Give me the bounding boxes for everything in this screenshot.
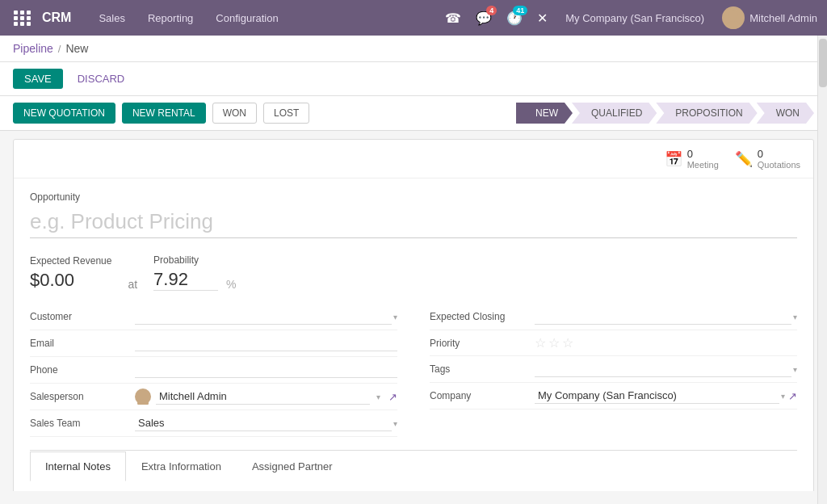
stage-won[interactable]: WON: [757, 103, 814, 124]
company-dropdown-arrow[interactable]: ▾: [781, 392, 785, 401]
at-text: at: [128, 278, 137, 291]
expected-closing-dropdown-arrow[interactable]: ▾: [793, 313, 797, 321]
phone-icon[interactable]: ☎: [440, 6, 466, 31]
company-input[interactable]: [535, 388, 779, 404]
activity-icon[interactable]: 🕐 41: [502, 6, 527, 31]
opportunity-input[interactable]: [30, 206, 797, 238]
right-fields: Expected Closing ▾ Priority ☆ ☆ ☆: [430, 304, 797, 437]
probability-input[interactable]: [153, 269, 218, 291]
email-row: Email: [30, 330, 397, 357]
nav-configuration[interactable]: Configuration: [204, 0, 289, 36]
customer-row: Customer ▾: [30, 304, 397, 330]
revenue-probability-section: Expected Revenue $0.00 at Probability %: [30, 254, 797, 291]
salesperson-value-container: ▾ ↗: [135, 388, 397, 405]
nav-action-icons: ☎ 💬 4 🕐 41 ✕ My Company (San Francisco) …: [440, 6, 817, 31]
revenue-block: Expected Revenue $0.00: [30, 255, 111, 291]
tab-assigned-partner[interactable]: Assigned Partner: [237, 452, 348, 481]
new-quotation-button[interactable]: NEW QUOTATION: [13, 103, 115, 124]
salesperson-dropdown-arrow[interactable]: ▾: [376, 393, 380, 401]
star-3[interactable]: ☆: [562, 335, 573, 351]
salesperson-label: Salesperson: [30, 391, 135, 402]
company-name: My Company (San Francisco): [565, 12, 704, 24]
customer-dropdown-arrow[interactable]: ▾: [393, 313, 397, 321]
left-fields: Customer ▾ Email Phone: [30, 304, 397, 437]
salesperson-avatar: [135, 388, 151, 405]
breadcrumb-pipeline-link[interactable]: Pipeline: [13, 42, 53, 55]
admin-name: Mitchell Admin: [749, 12, 817, 24]
probability-block: Probability %: [153, 254, 236, 291]
stage-bar: NEW QUOTATION NEW RENTAL WON LOST NEW QU…: [0, 96, 827, 131]
tags-label: Tags: [430, 363, 535, 375]
discard-button[interactable]: DISCARD: [69, 69, 133, 89]
avatar[interactable]: [722, 6, 745, 29]
new-rental-button[interactable]: NEW RENTAL: [122, 103, 206, 124]
quotations-stat[interactable]: ✏️ 0 Quotations: [735, 148, 800, 170]
phone-label: Phone: [30, 364, 135, 376]
svg-point-1: [725, 21, 741, 29]
chat-badge: 4: [486, 6, 497, 15]
action-bar: SAVE DISCARD: [0, 62, 827, 96]
stage-new[interactable]: NEW: [516, 103, 573, 124]
expected-closing-row: Expected Closing ▾: [430, 304, 797, 330]
lost-button[interactable]: LOST: [263, 103, 309, 124]
nav-reporting[interactable]: Reporting: [136, 0, 204, 36]
svg-point-2: [140, 391, 146, 397]
tabs-bar: Internal Notes Extra Information Assigne…: [30, 450, 797, 481]
priority-stars: ☆ ☆ ☆: [535, 335, 573, 351]
expected-closing-label: Expected Closing: [430, 311, 535, 322]
expected-closing-input[interactable]: [535, 309, 791, 325]
tags-dropdown-arrow[interactable]: ▾: [793, 365, 797, 374]
company-label: Company: [430, 390, 535, 401]
activity-badge: 41: [513, 6, 527, 15]
salesperson-row: Salesperson ▾ ↗: [30, 384, 397, 410]
star-1[interactable]: ☆: [535, 335, 546, 351]
form-card: 📅 0 Meeting ✏️ 0 Quotations Opportunity: [13, 139, 814, 491]
quotations-label: Quotations: [758, 160, 800, 170]
scroll-thumb[interactable]: [819, 39, 827, 87]
company-external-link[interactable]: ↗: [788, 390, 797, 402]
stage-proposition[interactable]: PROPOSITION: [656, 103, 757, 124]
sales-team-dropdown-arrow[interactable]: ▾: [393, 419, 397, 428]
top-navigation: CRM Sales Reporting Configuration ☎ 💬 4 …: [0, 0, 827, 36]
stage-qualified[interactable]: QUALIFIED: [572, 103, 657, 124]
sales-team-input[interactable]: [135, 415, 392, 431]
opportunity-label: Opportunity: [30, 191, 797, 203]
email-input[interactable]: [135, 335, 397, 351]
priority-label: Priority: [430, 338, 535, 349]
salesperson-external-link[interactable]: ↗: [388, 391, 397, 403]
breadcrumb: Pipeline / New: [0, 36, 827, 62]
meeting-label: Meeting: [687, 160, 719, 170]
stage-pipeline: NEW QUALIFIED PROPOSITION WON: [517, 103, 814, 124]
customer-label: Customer: [30, 311, 135, 322]
brand-logo: CRM: [42, 10, 71, 25]
fields-grid: Customer ▾ Email Phone: [30, 304, 797, 437]
apps-menu-icon[interactable]: [10, 5, 36, 31]
nav-sales[interactable]: Sales: [87, 0, 136, 36]
priority-row: Priority ☆ ☆ ☆: [430, 330, 797, 356]
email-label: Email: [30, 338, 135, 349]
tags-input[interactable]: [535, 361, 791, 377]
stats-bar: 📅 0 Meeting ✏️ 0 Quotations: [14, 140, 813, 178]
scrollbar[interactable]: [817, 36, 827, 504]
chat-icon[interactable]: 💬 4: [471, 6, 497, 31]
phone-input[interactable]: [135, 362, 397, 378]
won-button[interactable]: WON: [212, 103, 257, 124]
customer-input[interactable]: [135, 309, 392, 325]
breadcrumb-separator: /: [58, 43, 61, 55]
quotations-count: 0: [758, 148, 800, 160]
tab-extra-information[interactable]: Extra Information: [126, 452, 237, 481]
revenue-value: $0.00: [30, 270, 111, 291]
probability-label: Probability: [153, 254, 218, 266]
tab-internal-notes[interactable]: Internal Notes: [30, 452, 126, 481]
star-2[interactable]: ☆: [548, 335, 560, 351]
meeting-stat[interactable]: 📅 0 Meeting: [665, 148, 719, 170]
save-button[interactable]: SAVE: [13, 69, 63, 89]
sales-team-row: Sales Team ▾: [30, 410, 397, 437]
quotations-icon: ✏️: [735, 150, 753, 168]
close-icon[interactable]: ✕: [532, 6, 552, 31]
main-content: 📅 0 Meeting ✏️ 0 Quotations Opportunity: [0, 131, 827, 491]
meeting-count: 0: [687, 148, 719, 160]
tags-row: Tags ▾: [430, 356, 797, 383]
salesperson-input[interactable]: [156, 388, 370, 405]
percent-sign: %: [226, 278, 236, 291]
